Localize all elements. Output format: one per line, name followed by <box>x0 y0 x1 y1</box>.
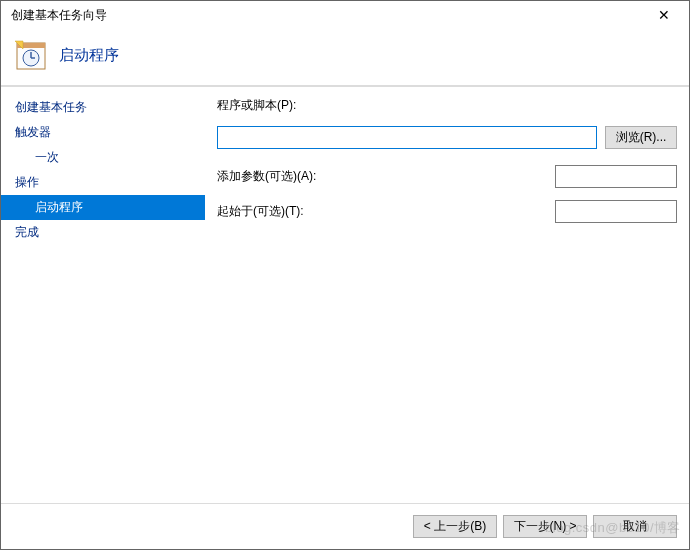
dialog-window: 创建基本任务向导 ✕ 启动程序 创建基本任务 触发器 一次 操作 启动程序 完成 <box>0 0 690 550</box>
browse-button[interactable]: 浏览(R)... <box>605 126 677 149</box>
sidebar-item-finish[interactable]: 完成 <box>1 220 205 245</box>
startin-label: 起始于(可选)(T): <box>217 203 427 220</box>
wizard-content: 创建基本任务 触发器 一次 操作 启动程序 完成 程序或脚本(P): 浏览(R)… <box>1 86 689 502</box>
startin-input[interactable] <box>555 200 677 223</box>
back-button[interactable]: < 上一步(B) <box>413 515 497 538</box>
arguments-input[interactable] <box>555 165 677 188</box>
window-title: 创建基本任务向导 <box>11 7 107 24</box>
sidebar-item-action[interactable]: 操作 <box>1 170 205 195</box>
program-label: 程序或脚本(P): <box>217 97 677 114</box>
sidebar-item-create-task[interactable]: 创建基本任务 <box>1 95 205 120</box>
sidebar-item-once[interactable]: 一次 <box>1 145 205 170</box>
sidebar-item-start-program[interactable]: 启动程序 <box>1 195 205 220</box>
titlebar: 创建基本任务向导 ✕ <box>1 1 689 29</box>
clock-icon <box>15 39 47 71</box>
wizard-header: 启动程序 <box>1 29 689 86</box>
main-panel: 程序或脚本(P): 浏览(R)... 添加参数(可选)(A): 起始于(可选)(… <box>205 87 689 502</box>
sidebar-item-trigger[interactable]: 触发器 <box>1 120 205 145</box>
close-icon[interactable]: ✕ <box>649 7 679 23</box>
page-title: 启动程序 <box>59 46 119 65</box>
cancel-button[interactable]: 取消 <box>593 515 677 538</box>
sidebar: 创建基本任务 触发器 一次 操作 启动程序 完成 <box>1 87 205 502</box>
arguments-label: 添加参数(可选)(A): <box>217 168 427 185</box>
wizard-footer: < 上一步(B) 下一步(N) > 取消 <box>1 503 689 549</box>
next-button[interactable]: 下一步(N) > <box>503 515 587 538</box>
program-input[interactable] <box>217 126 597 149</box>
